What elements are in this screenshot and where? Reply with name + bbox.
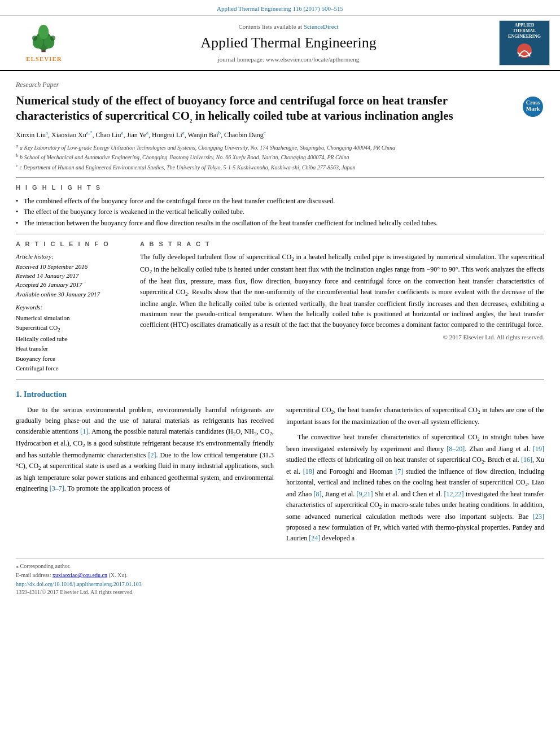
highlight-item-3: The interaction between the buoyancy for… <box>16 219 544 228</box>
svg-text:Cross: Cross <box>526 99 540 106</box>
journal-center-info: Contents lists available at ScienceDirec… <box>78 23 499 64</box>
highlights-section: H I G H L I G H T S The combined effects… <box>16 184 544 228</box>
email-link[interactable]: xuxiaoxiao@cqu.edu.cn <box>53 572 107 578</box>
corresponding-author-note: ⁎ Corresponding author. <box>16 562 544 570</box>
journal-banner: ELSEVIER Contents lists available at Sci… <box>0 16 560 71</box>
introduction-section: 1. Introduction Due to the serious envir… <box>16 389 544 548</box>
highlight-item-1: The combined effects of the buoyancy for… <box>16 196 544 206</box>
revised-date: Revised 14 January 2017 <box>16 272 129 280</box>
email-note: E-mail address: xuxiaoxiao@cqu.edu.cn (X… <box>16 571 544 579</box>
elsevier-label: ELSEVIER <box>26 55 62 63</box>
affiliation-a: a a Key Laboratory of Low-grade Energy U… <box>16 142 544 152</box>
issn-line: 1359-4311/© 2017 Elsevier Ltd. All right… <box>16 588 544 596</box>
svg-text:Mark: Mark <box>526 106 540 112</box>
history-title: Article history: <box>16 252 129 261</box>
divider-2 <box>16 234 544 234</box>
affiliation-b: b b School of Mechanical and Automotive … <box>16 152 544 161</box>
svg-point-6 <box>50 36 55 41</box>
elsevier-logo: ELSEVIER <box>10 23 78 63</box>
keyword-2: Supercritical CO2 <box>16 324 129 334</box>
divider-3 <box>16 379 544 380</box>
abstract-section: A B S T R A C T The fully developed turb… <box>140 240 544 374</box>
keywords-title: Keywords: <box>16 303 129 312</box>
affiliations: a a Key Laboratory of Low-grade Energy U… <box>16 142 544 172</box>
journal-header: Applied Thermal Engineering 116 (2017) 5… <box>0 0 560 16</box>
journal-logo-box: APPLIED THERMAL ENGINEERING <box>499 20 550 65</box>
article-history: Article history: Received 10 September 2… <box>16 252 129 299</box>
doi-line: Applied Thermal Engineering 116 (2017) 5… <box>0 5 560 13</box>
intro-left-col: Due to the serious environmental problem… <box>16 405 274 548</box>
page-footer: ⁎ Corresponding author. E-mail address: … <box>16 558 544 596</box>
highlights-title: H I G H L I G H T S <box>16 184 544 192</box>
keywords-section: Keywords: Numerical simulation Supercrit… <box>16 303 129 373</box>
journal-name: Applied Thermal Engineering <box>78 33 499 53</box>
sciencedirect-link[interactable]: ScienceDirect <box>304 23 339 30</box>
keyword-6: Centrifugal force <box>16 364 129 373</box>
contents-line: Contents lists available at ScienceDirec… <box>78 23 499 31</box>
affiliation-c: c c Department of Human and Engineered E… <box>16 162 544 172</box>
article-info-section: A R T I C L E I N F O Article history: R… <box>16 240 129 374</box>
svg-point-5 <box>32 36 37 41</box>
intro-heading: 1. Introduction <box>16 389 544 400</box>
authors-line: Xinxin Liua, Xiaoxiao Xua,*, Chao Liua, … <box>16 129 544 140</box>
keyword-1: Numerical simulation <box>16 314 129 322</box>
received-date: Received 10 September 2016 <box>16 263 129 271</box>
paper-title: Numerical study of the effect of buoyanc… <box>16 93 515 125</box>
svg-point-4 <box>38 25 49 40</box>
intro-right-col: supercritical CO2, the heat transfer cha… <box>286 405 544 548</box>
keyword-3: Helically coiled tube <box>16 335 129 343</box>
right-logo-text: APPLIED THERMAL ENGINEERING <box>508 23 541 64</box>
doi-link-footer[interactable]: http://dx.doi.org/10.1016/j.applthermale… <box>16 580 544 588</box>
paper-title-row: Numerical study of the effect of buoyanc… <box>16 93 544 125</box>
keyword-4: Heat transfer <box>16 344 129 353</box>
highlight-item-2: The effect of the buoyancy force is weak… <box>16 207 544 217</box>
crossmark-logo: Cross Mark <box>522 95 544 118</box>
homepage-line: journal homepage: www.elsevier.com/locat… <box>78 55 499 64</box>
article-info-title: A R T I C L E I N F O <box>16 240 129 248</box>
accepted-date: Accepted 26 January 2017 <box>16 281 129 289</box>
copyright-line: © 2017 Elsevier Ltd. All rights reserved… <box>140 333 544 342</box>
abstract-title: A B S T R A C T <box>140 240 544 248</box>
available-date: Available online 30 January 2017 <box>16 290 129 299</box>
keyword-5: Buoyancy force <box>16 355 129 363</box>
abstract-text: The fully developed turbulent flow of su… <box>140 252 544 330</box>
divider-1 <box>16 177 544 178</box>
paper-type: Research Paper <box>16 80 544 90</box>
